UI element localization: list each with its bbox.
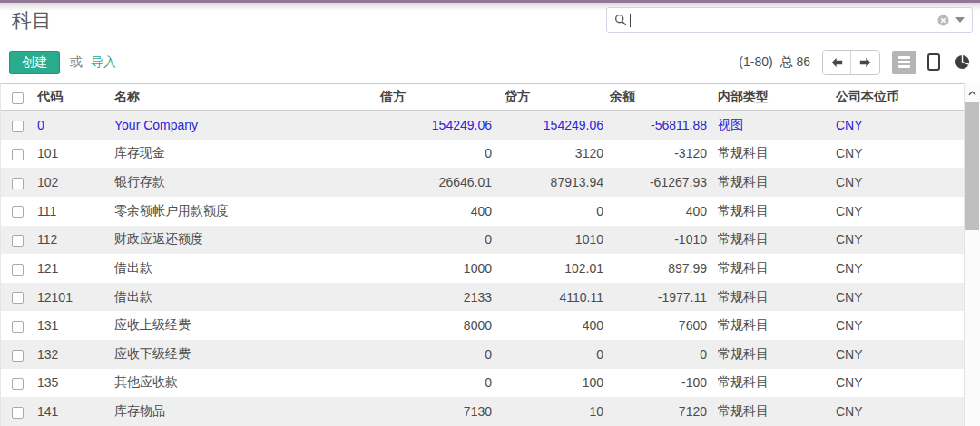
cell-debit: 2133 — [368, 290, 495, 305]
cell-name: 应收下级经费 — [114, 346, 368, 363]
row-checkbox[interactable] — [12, 292, 24, 304]
cell-debit: 154249.06 — [368, 118, 495, 132]
cell-balance: -1977.11 — [607, 290, 710, 305]
cell-code: 111 — [37, 204, 114, 218]
cell-currency: CNY — [831, 347, 964, 362]
accounts-table: 代码 名称 借方 贷方 余额 内部类型 公司本位币 0Your Company1… — [0, 83, 980, 426]
select-all-checkbox[interactable] — [12, 92, 24, 104]
cell-currency: CNY — [831, 146, 964, 160]
cell-currency: CNY — [831, 175, 964, 189]
control-panel: 科目 创建 或 导入 (1-80) 总 86 — [0, 3, 980, 83]
table-row[interactable]: 132应收下级经费000常规科目CNY — [1, 340, 964, 369]
cell-credit: 100 — [495, 375, 607, 390]
pager-range: (1-80) — [739, 54, 772, 69]
table-row[interactable]: 131应收上级经费80004007600常规科目CNY — [1, 311, 964, 340]
cell-name: 库存现金 — [114, 145, 368, 161]
cell-type: 常规科目 — [710, 374, 831, 391]
list-view-icon — [898, 56, 910, 68]
or-label: 或 — [70, 54, 83, 71]
column-header-company-currency[interactable]: 公司本位币 — [831, 89, 964, 105]
cell-balance: -61267.93 — [607, 175, 710, 189]
cell-currency: CNY — [831, 318, 964, 333]
vertical-scrollbar[interactable] — [964, 83, 980, 426]
search-bar[interactable] — [606, 7, 973, 33]
table-row[interactable]: 0Your Company154249.06154249.06-56811.88… — [1, 111, 964, 140]
row-checkbox[interactable] — [12, 378, 24, 390]
row-checkbox[interactable] — [12, 235, 24, 247]
cell-currency: CNY — [831, 375, 964, 390]
pager-previous-button[interactable] — [823, 51, 851, 74]
clear-search-icon[interactable] — [937, 15, 949, 26]
cell-type: 常规科目 — [710, 403, 831, 420]
row-checkbox[interactable] — [12, 407, 24, 419]
cell-credit: 0 — [495, 204, 607, 218]
column-header-internal-type[interactable]: 内部类型 — [710, 89, 831, 105]
cell-type: 常规科目 — [710, 289, 831, 305]
cell-credit: 0 — [495, 347, 607, 362]
column-header-code[interactable]: 代码 — [37, 89, 114, 105]
row-checkbox-cell — [1, 404, 37, 419]
row-checkbox[interactable] — [12, 321, 24, 333]
column-header-balance[interactable]: 余额 — [607, 89, 710, 105]
table-row[interactable]: 121借出款1000102.01897.99常规科目CNY — [1, 254, 964, 283]
pager-next-button[interactable] — [851, 51, 879, 74]
select-all-cell — [1, 90, 37, 104]
column-header-credit[interactable]: 贷方 — [495, 89, 607, 105]
row-checkbox-cell — [1, 175, 37, 189]
row-checkbox[interactable] — [12, 350, 24, 362]
cell-debit: 1000 — [368, 261, 495, 276]
row-checkbox[interactable] — [12, 264, 24, 276]
cell-credit: 400 — [495, 318, 607, 333]
search-options-caret-icon[interactable] — [956, 17, 965, 23]
cell-code: 135 — [37, 375, 114, 390]
app-window: 科目 创建 或 导入 (1-80) 总 86 — [0, 0, 980, 426]
cell-balance: -3120 — [607, 146, 710, 160]
search-icon — [614, 14, 627, 26]
table-row[interactable]: 12101借出款21334110.11-1977.11常规科目CNY — [1, 283, 964, 312]
table-row[interactable]: 111零余额帐户用款额度4000400常规科目CNY — [1, 197, 964, 226]
search-input[interactable] — [631, 10, 937, 30]
scrollbar-up-button[interactable] — [965, 85, 980, 101]
import-link[interactable]: 导入 — [91, 54, 116, 71]
table-row[interactable]: 141库存物品7130107120常规科目CNY — [1, 397, 964, 426]
row-checkbox[interactable] — [12, 206, 24, 218]
row-checkbox-cell — [1, 118, 37, 132]
cell-currency: CNY — [831, 261, 964, 276]
pager-total: 总 86 — [780, 54, 810, 69]
cell-credit: 1010 — [495, 232, 607, 247]
table-header: 代码 名称 借方 贷方 余额 内部类型 公司本位币 — [1, 83, 964, 111]
create-button[interactable]: 创建 — [9, 51, 60, 74]
pie-chart-view-button[interactable] — [950, 51, 975, 74]
cell-code: 12101 — [37, 290, 114, 305]
column-header-debit[interactable]: 借方 — [368, 89, 495, 105]
cell-name: 借出款 — [114, 260, 368, 276]
table-row[interactable]: 112财政应返还额度01010-1010常规科目CNY — [1, 226, 964, 255]
cell-balance: -100 — [607, 375, 710, 390]
cell-code: 112 — [37, 232, 114, 247]
cell-currency: CNY — [831, 290, 964, 305]
row-checkbox-cell — [1, 318, 37, 333]
row-checkbox-cell — [1, 290, 37, 305]
row-checkbox[interactable] — [12, 121, 24, 132]
chevron-up-icon — [968, 91, 976, 96]
cell-credit: 154249.06 — [495, 118, 607, 132]
cell-name: 零余额帐户用款额度 — [114, 203, 368, 219]
row-checkbox-cell — [1, 375, 37, 390]
column-header-name[interactable]: 名称 — [114, 89, 368, 105]
pie-chart-icon — [955, 54, 970, 70]
cell-debit: 7130 — [368, 404, 495, 419]
cell-code: 102 — [37, 175, 114, 189]
cell-type: 常规科目 — [710, 231, 831, 247]
table-row[interactable]: 135其他应收款0100-100常规科目CNY — [1, 369, 964, 398]
kanban-view-button[interactable] — [921, 51, 946, 74]
cell-code: 101 — [37, 146, 114, 160]
row-checkbox[interactable] — [12, 178, 24, 189]
row-checkbox[interactable] — [12, 149, 24, 160]
row-checkbox-cell — [1, 204, 37, 218]
scrollbar-thumb[interactable] — [965, 102, 979, 230]
cell-debit: 26646.01 — [368, 175, 495, 189]
cell-name: 应收上级经费 — [114, 317, 368, 334]
table-row[interactable]: 102银行存款26646.0187913.94-61267.93常规科目CNY — [1, 168, 964, 197]
table-row[interactable]: 101库存现金03120-3120常规科目CNY — [1, 140, 964, 169]
list-view-button[interactable] — [892, 51, 916, 74]
